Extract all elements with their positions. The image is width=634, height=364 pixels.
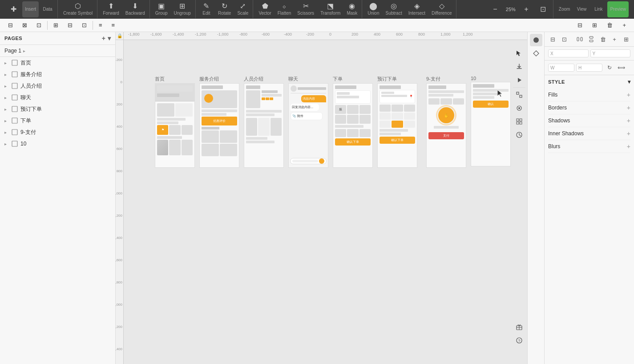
transform-button[interactable]: ⬔ Transform: [318, 1, 343, 17]
view-button[interactable]: Zoom: [556, 1, 573, 17]
blurs-add-icon[interactable]: +: [627, 143, 630, 150]
grid-overlay-button[interactable]: [513, 102, 525, 114]
inspector-style-button[interactable]: [530, 34, 542, 46]
align-right-button[interactable]: ⊡: [32, 20, 46, 31]
layer-item-3[interactable]: ▸ 聊天: [0, 92, 115, 103]
zoom-fit-button[interactable]: ⊡: [535, 1, 551, 17]
forward-button[interactable]: ⬆ Forward: [100, 1, 122, 17]
help-button[interactable]: ?: [513, 334, 525, 347]
intersect-button[interactable]: ◈ Intersect: [406, 1, 428, 17]
scale-button[interactable]: ⤢ Scale: [234, 1, 251, 17]
shadows-row[interactable]: Shadows +: [548, 114, 630, 127]
frame-box-6[interactable]: ✋ 支付: [426, 83, 466, 168]
inner-shadows-row[interactable]: Inner Shadows +: [548, 127, 630, 140]
inspector-component-button[interactable]: [530, 47, 542, 60]
play-button[interactable]: [513, 74, 525, 86]
y-field[interactable]: Y: [590, 49, 631, 57]
zoom-plus-button[interactable]: +: [518, 1, 534, 17]
frame-box-1[interactable]: 优惠评价: [199, 83, 239, 168]
grid-button[interactable]: ⊞: [588, 20, 602, 31]
canvas-inner[interactable]: 首页: [124, 40, 527, 364]
insert-tab[interactable]: Insert: [22, 1, 39, 17]
edit-button[interactable]: ✎ Edit: [198, 1, 214, 17]
frame-box-5[interactable]: 📍: [377, 83, 417, 168]
add-row-icon[interactable]: +: [609, 34, 620, 44]
layer-item-7[interactable]: ▸ 10: [0, 138, 115, 150]
style-dropdown-icon[interactable]: ▾: [628, 79, 631, 85]
w-input[interactable]: [555, 65, 572, 70]
vector-button[interactable]: ⬟ Vector: [256, 1, 274, 17]
insert-button[interactable]: ✚: [5, 1, 21, 17]
page-name[interactable]: Page 1 ▸: [0, 45, 115, 57]
layer-item-5[interactable]: ▸ 下单: [0, 115, 115, 126]
export-tool[interactable]: [513, 61, 525, 73]
blurs-row[interactable]: Blurs +: [548, 140, 630, 153]
trash-button[interactable]: 🗑: [602, 20, 617, 31]
align-center-v-button[interactable]: ⊟: [63, 20, 77, 31]
align-right-icon[interactable]: ⊡: [559, 34, 569, 44]
add-col-icon[interactable]: ⊞: [621, 34, 631, 44]
link-button[interactable]: Link: [590, 1, 606, 17]
distribute-v-button[interactable]: ≡: [107, 20, 120, 31]
rotate-field-icon[interactable]: ↻: [604, 62, 615, 73]
distribute-h-button[interactable]: ≡: [94, 20, 107, 31]
grid-cols-button[interactable]: ⊟: [573, 20, 587, 31]
inner-shadows-add-icon[interactable]: +: [627, 130, 630, 137]
fills-row[interactable]: Fills +: [548, 89, 630, 101]
frame-box-3[interactable]: 消息内容 回复消息内容... 📎 附件: [288, 83, 328, 168]
frame-box-7[interactable]: 确认: [471, 82, 511, 166]
align-left-icon[interactable]: ⊟: [547, 34, 558, 44]
distribute-v-icon[interactable]: [586, 34, 597, 44]
ungroup-button[interactable]: ⊞ Ungroup: [171, 1, 194, 17]
align-bottom-button[interactable]: ⊡: [77, 20, 91, 31]
x-field[interactable]: X: [548, 49, 589, 57]
layer-item-0[interactable]: ▸ 首页: [0, 57, 115, 69]
layer-item-1[interactable]: ▸ 服务介绍: [0, 69, 115, 80]
h-input[interactable]: [582, 65, 600, 70]
y-input[interactable]: [596, 51, 628, 56]
h-field[interactable]: H: [576, 64, 602, 72]
fit-to-screen-button[interactable]: [513, 89, 525, 101]
add-page-icon[interactable]: +: [102, 35, 106, 42]
layer-item-2[interactable]: ▸ 人员介绍: [0, 80, 115, 92]
preview-button[interactable]: Preview: [607, 1, 629, 17]
frame-box-2[interactable]: [244, 83, 284, 168]
distribute-h-icon[interactable]: [574, 34, 585, 44]
layer-item-4[interactable]: ▸ 预订下单: [0, 103, 115, 115]
lock-icon[interactable]: 🔒: [116, 32, 124, 40]
create-symbol-button[interactable]: ⬡ Create Symbol: [61, 1, 95, 17]
shadows-add-icon[interactable]: +: [627, 117, 630, 124]
frame-box-0[interactable]: ⚑: [155, 83, 195, 168]
backward-button[interactable]: ⬇ Backward: [123, 1, 148, 17]
difference-button[interactable]: ◇ Difference: [429, 1, 454, 17]
zoom-minus-button[interactable]: −: [487, 1, 503, 17]
frame-box-4[interactable]: 服 确认下单: [333, 83, 373, 168]
pointer-tool[interactable]: [513, 47, 525, 60]
align-center-h-button[interactable]: ⊠: [18, 20, 32, 31]
scissors-button[interactable]: ✂ Scissors: [295, 1, 317, 17]
flatten-button[interactable]: ⬦ Flatten: [275, 1, 294, 17]
align-top-button[interactable]: ⊞: [49, 20, 63, 31]
view-tab[interactable]: View: [573, 1, 590, 17]
layer-item-6[interactable]: ▸ 9-支付: [0, 126, 115, 138]
add-button[interactable]: +: [618, 20, 630, 31]
trash-icon[interactable]: 🗑: [598, 34, 608, 44]
mask-button[interactable]: ◉ Mask: [344, 1, 360, 17]
borders-add-icon[interactable]: +: [627, 104, 630, 111]
pages-menu-icon[interactable]: ▾: [108, 35, 111, 42]
rotate-button[interactable]: ↻ Rotate: [215, 1, 234, 17]
data-tab[interactable]: Data: [40, 1, 56, 17]
group-button[interactable]: ▣ Group: [153, 1, 170, 17]
x-input[interactable]: [554, 51, 586, 56]
align-left-button[interactable]: ⊟: [4, 20, 17, 31]
fills-add-icon[interactable]: +: [627, 91, 630, 98]
union-button[interactable]: ⬤ Union: [365, 1, 382, 17]
clock-tool[interactable]: [513, 129, 525, 141]
grid-settings-button[interactable]: [513, 115, 525, 128]
flip-h-icon[interactable]: ⟺: [616, 62, 626, 73]
canvas-area[interactable]: 🔒 -1,800 -1,600 -1,400 -1,200 -1,000 -80…: [116, 32, 527, 364]
subtract-button[interactable]: ◎ Subtract: [383, 1, 404, 17]
w-field[interactable]: W: [548, 64, 574, 72]
gift-button[interactable]: [513, 321, 525, 333]
borders-row[interactable]: Borders +: [548, 101, 630, 114]
